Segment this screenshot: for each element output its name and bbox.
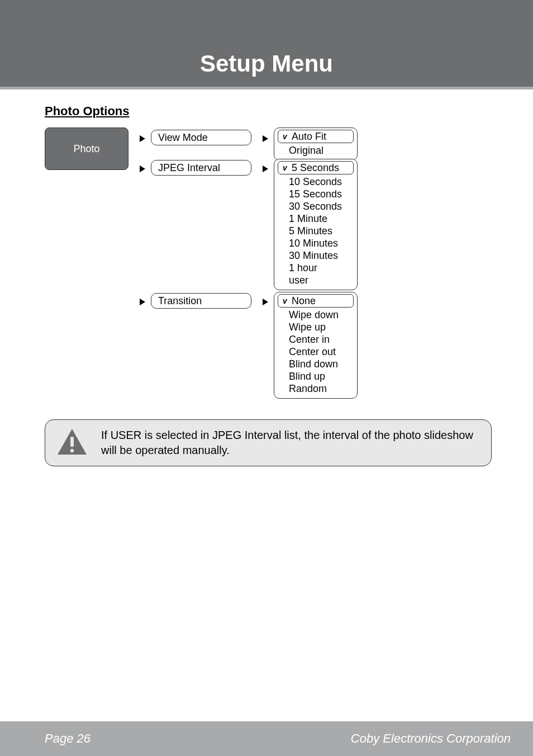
option-item: Wipe down bbox=[278, 309, 354, 321]
option-label: 30 Minutes bbox=[278, 249, 338, 262]
option-item: Center in bbox=[278, 333, 354, 346]
menu-jpeg-interval: JPEG Interval bbox=[151, 160, 251, 176]
option-item: vNone bbox=[278, 294, 354, 308]
footer-company: Coby Electronics Corporation bbox=[351, 731, 511, 746]
option-label: user bbox=[278, 274, 308, 286]
option-item: 30 Minutes bbox=[278, 249, 354, 262]
arrow-right-icon bbox=[263, 135, 268, 142]
page-title: Setup Menu bbox=[0, 50, 533, 77]
option-label: 10 Minutes bbox=[278, 237, 338, 249]
option-item: 30 Seconds bbox=[278, 200, 354, 212]
option-label: Random bbox=[278, 382, 327, 395]
menu-view-mode: View Mode bbox=[151, 130, 251, 145]
svg-rect-2 bbox=[70, 449, 74, 452]
option-label: Center in bbox=[278, 333, 330, 346]
option-item: 10 Minutes bbox=[278, 237, 354, 249]
option-item: 1 Minute bbox=[278, 212, 354, 225]
option-item: vAuto Fit bbox=[278, 130, 354, 143]
root-photo-label: Photo bbox=[73, 143, 99, 155]
option-label: Blind down bbox=[278, 358, 338, 370]
root-photo-box: Photo bbox=[45, 127, 129, 170]
check-icon: v bbox=[280, 295, 289, 307]
option-item: 15 Seconds bbox=[278, 188, 354, 200]
option-item: v5 Seconds bbox=[278, 161, 354, 174]
option-item: Blind up bbox=[278, 370, 354, 382]
content-area: Photo Options Photo View Mode vAuto FitO… bbox=[45, 104, 492, 407]
page: Setup Menu Photo Options Photo View Mode… bbox=[0, 0, 533, 756]
arrow-right-icon bbox=[140, 299, 145, 305]
option-label: 1 hour bbox=[278, 262, 317, 274]
option-label: Original bbox=[278, 144, 323, 157]
check-icon: v bbox=[280, 130, 289, 143]
option-label: Blind up bbox=[278, 370, 325, 382]
option-item: 10 Seconds bbox=[278, 176, 354, 188]
option-label: 1 Minute bbox=[278, 212, 327, 225]
option-label: Wipe up bbox=[278, 321, 326, 333]
option-item: 5 Minutes bbox=[278, 225, 354, 237]
option-label: Auto Fit bbox=[289, 130, 326, 143]
arrow-right-icon bbox=[263, 299, 268, 305]
option-item: user bbox=[278, 274, 354, 286]
option-label: None bbox=[289, 295, 316, 307]
menu-transition: Transition bbox=[151, 293, 251, 309]
option-label: 5 Seconds bbox=[289, 162, 339, 174]
menu-view-mode-label: View Mode bbox=[158, 132, 208, 144]
menu-transition-label: Transition bbox=[158, 295, 202, 307]
option-label: 30 Seconds bbox=[278, 200, 342, 212]
option-item: 1 hour bbox=[278, 262, 354, 274]
menu-diagram: Photo View Mode vAuto FitOriginal JPEG I… bbox=[45, 127, 374, 407]
warning-icon bbox=[56, 428, 88, 458]
header-underline bbox=[0, 87, 533, 89]
arrow-right-icon bbox=[140, 135, 145, 142]
option-item: Random bbox=[278, 382, 354, 395]
section-title: Photo Options bbox=[45, 104, 492, 119]
options-jpeg-interval: v5 Seconds10 Seconds15 Seconds30 Seconds… bbox=[274, 159, 358, 290]
footer-page: Page 26 bbox=[45, 731, 91, 746]
option-label: Wipe down bbox=[278, 309, 339, 321]
option-label: 15 Seconds bbox=[278, 188, 342, 200]
note-text: If USER is selected in JPEG Interval lis… bbox=[101, 428, 480, 458]
option-item: Wipe up bbox=[278, 321, 354, 333]
options-view-mode: vAuto FitOriginal bbox=[274, 127, 358, 160]
note-box: If USER is selected in JPEG Interval lis… bbox=[45, 419, 492, 466]
check-icon: v bbox=[280, 162, 289, 174]
arrow-right-icon bbox=[140, 166, 145, 172]
option-label: 10 Seconds bbox=[278, 176, 342, 188]
option-item: Blind down bbox=[278, 358, 354, 370]
option-label: 5 Minutes bbox=[278, 225, 332, 237]
arrow-right-icon bbox=[263, 166, 268, 172]
option-item: Center out bbox=[278, 346, 354, 358]
menu-jpeg-interval-label: JPEG Interval bbox=[158, 162, 220, 174]
option-label: Center out bbox=[278, 346, 336, 358]
footer-bar: Page 26 Coby Electronics Corporation bbox=[0, 721, 533, 756]
options-transition: vNoneWipe downWipe upCenter inCenter out… bbox=[274, 292, 358, 399]
svg-rect-1 bbox=[70, 437, 74, 447]
option-item: Original bbox=[278, 144, 354, 157]
